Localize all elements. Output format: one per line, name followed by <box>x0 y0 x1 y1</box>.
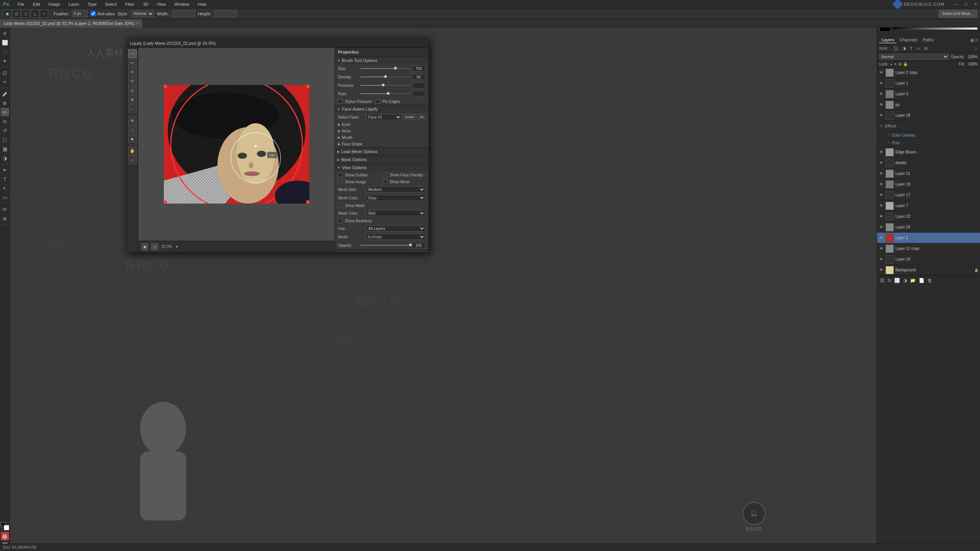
layer-visibility-icon[interactable]: 👁 <box>879 246 884 251</box>
layer-item[interactable]: 👁 Layer 18 <box>877 179 980 190</box>
layer-visibility-icon[interactable]: 👁 <box>879 192 884 198</box>
close-btn[interactable]: × <box>974 2 977 7</box>
density-input[interactable] <box>412 74 425 80</box>
pressure-input[interactable] <box>412 82 425 88</box>
menu-help[interactable]: Help <box>196 1 208 7</box>
kind-type-btn[interactable]: T <box>909 46 914 51</box>
brush-reconstruct-header[interactable]: ▼ Brush Reconstruct Options <box>335 250 428 252</box>
layer-visibility-icon[interactable]: 👁 <box>879 235 884 241</box>
size-slider[interactable] <box>361 66 410 71</box>
width-input[interactable] <box>172 10 195 17</box>
menu-type[interactable]: Type <box>86 1 98 7</box>
liq-tool-push-left[interactable]: ← <box>128 104 137 113</box>
quick-mask-btn[interactable]: ⬤ <box>1 532 9 540</box>
layer-visibility-icon[interactable]: 👁 <box>879 267 884 273</box>
show-image-checkbox[interactable]: ✓ <box>338 179 343 184</box>
new-group-btn[interactable]: 📁 <box>909 277 916 284</box>
show-guides-checkbox[interactable] <box>338 173 343 177</box>
lock-image-btn[interactable]: ✦ <box>894 62 897 66</box>
layer-visibility-icon[interactable]: 👁 <box>879 102 884 108</box>
tool-shape[interactable]: ▭ <box>1 193 9 202</box>
tool-eyedropper[interactable]: 💉 <box>1 90 9 98</box>
mesh-size-select[interactable]: Medium <box>366 186 425 192</box>
tool-crop[interactable]: ⊡ <box>1 68 9 77</box>
minimize-btn[interactable]: ─ <box>954 2 958 7</box>
kind-shape-btn[interactable]: ▭ <box>915 46 921 51</box>
rate-slider[interactable] <box>361 91 410 96</box>
select-and-mask-btn[interactable]: Select and Mask... <box>939 10 977 18</box>
nose-item[interactable]: ▶ Nose <box>335 128 428 134</box>
tool-slice[interactable]: ✂ <box>1 78 9 86</box>
layer-fx-item[interactable]: ✓ Post <box>877 139 980 147</box>
liq-tool-bloat[interactable]: ⊕ <box>128 95 137 104</box>
layer-visibility-icon[interactable]: 👁 <box>879 182 884 187</box>
pressure-slider[interactable] <box>361 83 410 88</box>
layers-search-btn[interactable]: ⌕ <box>975 46 978 51</box>
layer-item[interactable]: 👁 Layer 12 copy <box>877 243 980 254</box>
menu-3d[interactable]: 3D <box>142 1 150 7</box>
layer-item[interactable]: 👁 details <box>877 158 980 168</box>
link-layers-btn[interactable]: ⛓ <box>879 277 885 284</box>
layer-item[interactable]: 👁 Layer 17 <box>877 190 980 201</box>
layer-visibility-icon[interactable]: 👁 <box>879 113 884 118</box>
tab-layers[interactable]: Layers <box>879 37 897 43</box>
smart-btn[interactable]: Smart <box>403 114 416 120</box>
tool-path-select[interactable]: ↖ <box>1 184 9 192</box>
layer-item-background[interactable]: 👁 Background 🔒 <box>877 265 980 276</box>
view-options-header[interactable]: ▼ View Options <box>335 164 428 171</box>
load-mesh-header[interactable]: ▶ Load Mesh Options <box>335 148 428 155</box>
tool-clone[interactable]: ⊙ <box>1 117 9 126</box>
dialog-title-bar[interactable]: Liquify (Lady Marie-201202_02.psd @ 33.3… <box>127 39 428 48</box>
new-adjustment-btn[interactable]: ◑ <box>902 277 908 284</box>
tab-channels[interactable]: Channels <box>897 37 920 43</box>
liq-tool-pucker[interactable]: ◎ <box>128 86 137 95</box>
menu-edit[interactable]: Edit <box>31 1 42 7</box>
liq-tool-reconstruct[interactable]: ↩ <box>128 59 137 67</box>
layer-item[interactable]: 👁 Layer 5 <box>877 89 980 99</box>
lock-position-btn[interactable]: ⊞ <box>898 62 902 66</box>
layer-item[interactable]: 👁 Layer 2 copy <box>877 67 980 78</box>
tab-close-icon[interactable]: × <box>136 21 139 25</box>
show-backdrop-checkbox[interactable] <box>338 218 343 223</box>
face-shape-item[interactable]: ▶ Face Shape <box>335 141 428 147</box>
layer-visibility-icon[interactable]: 👁 <box>879 171 884 176</box>
show-face-overlay-checkbox[interactable]: ✓ <box>383 173 387 177</box>
kind-smart-btn[interactable]: ⊟ <box>923 46 929 51</box>
liq-tool-freeze-mask[interactable]: ❄ <box>128 116 137 125</box>
pin-edges-checkbox[interactable] <box>376 99 380 104</box>
tool-pen[interactable]: ✒ <box>1 166 9 174</box>
liq-tool-smooth[interactable]: ≋ <box>128 68 137 76</box>
mask-options-header[interactable]: ▶ Mask Options <box>335 156 428 163</box>
adjustment-layer-btn[interactable]: ⊕ <box>970 37 975 43</box>
layer-visibility-icon[interactable]: 👁 <box>879 160 884 166</box>
liq-tool-twirl[interactable]: ⟳ <box>128 77 137 85</box>
layer-item[interactable]: 👁 Layer 26 <box>877 222 980 233</box>
mode-select[interactable]: In Front <box>366 234 425 240</box>
file-tab[interactable]: Lady Marie-201202_02.psd @ 33.3% (Layer … <box>0 19 143 28</box>
layer-item[interactable]: 👁 pp <box>877 99 980 110</box>
view-mode-btn-2[interactable]: ◫ <box>151 243 158 250</box>
select-face-dropdown[interactable]: Face #1 <box>366 114 402 120</box>
menu-select[interactable]: Select <box>104 1 119 7</box>
liq-tool-zoom[interactable]: ⌕ <box>128 156 137 164</box>
face-aware-header[interactable]: ▼ Face-Aware Liquify <box>335 105 428 113</box>
lock-transparent-btn[interactable]: ⬧ <box>890 62 892 66</box>
size-input[interactable] <box>412 65 425 72</box>
layer-item[interactable]: 👁 Layer 28 <box>877 110 980 121</box>
tool-brush[interactable]: ✏ <box>1 108 9 116</box>
layer-item[interactable]: 👁 Layer 21 <box>877 168 980 179</box>
view-mode-btn-1[interactable]: ▣ <box>141 243 148 250</box>
tool-dodge[interactable]: ◑ <box>1 154 9 162</box>
mouth-item[interactable]: ▶ Mouth <box>335 134 428 141</box>
tool-3d-rotate[interactable]: ⟳ <box>1 205 9 214</box>
use-select[interactable]: All Layers <box>366 225 425 231</box>
tool-history-brush[interactable]: ↺ <box>1 126 9 135</box>
liq-tool-face[interactable]: ☻ <box>128 135 137 143</box>
tool-type[interactable]: T <box>1 175 9 183</box>
show-mask-checkbox[interactable]: ✓ <box>338 203 343 208</box>
tool-magic-wand[interactable]: ✦ <box>1 57 9 65</box>
layer-visibility-icon[interactable]: 👁 <box>879 257 884 262</box>
all-btn[interactable]: All <box>418 114 425 120</box>
style-select[interactable]: Normal <box>131 10 154 17</box>
tool-move[interactable]: ✛ <box>1 29 9 37</box>
